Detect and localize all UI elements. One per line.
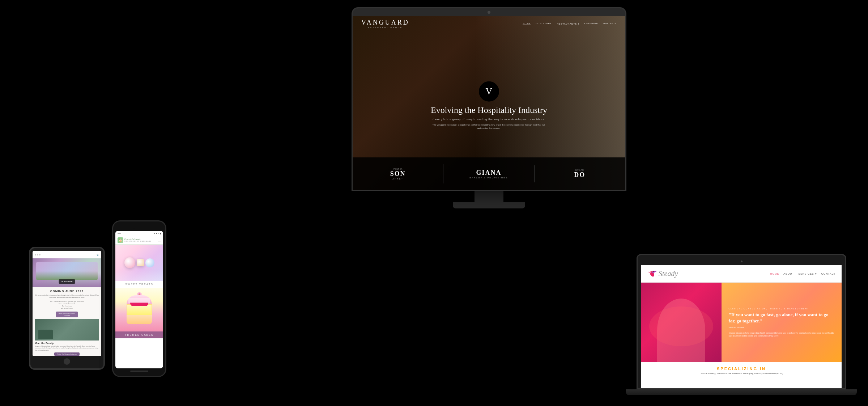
inbloom-content: COMING JUNE 2022 We are so excited to in… bbox=[33, 287, 101, 356]
inbloom-instagram-btn[interactable]: Follow Our Story on Instagram bbox=[54, 352, 80, 356]
charlottes-logo: 🎂 Charlotte's Sweets SWEETNESS IS HANDMA… bbox=[118, 237, 152, 243]
vanguard-description: The Vanguard Restaurant Group brings to … bbox=[431, 123, 546, 130]
laptop-device: Steady HOME ABOUT SERVICES ▾ CONTACT bbox=[637, 254, 846, 395]
main-scene: VANGUARD RESTURANT GROUP HOME OUR STORY … bbox=[0, 0, 868, 406]
steady-quote: "If you want to go fast, go alone, if yo… bbox=[729, 312, 834, 324]
restaurant-sub-2: BAKERY + PROVISIONS bbox=[447, 177, 530, 179]
restaurant-item-1: POINT, CA SON ARKET bbox=[353, 164, 443, 183]
charlottes-tagline: SWEETNESS IS HANDMADE bbox=[124, 240, 152, 242]
steady-attribution: -African Proverb bbox=[729, 326, 834, 329]
hamburger-menu-icon[interactable]: ☰ bbox=[158, 238, 161, 242]
steady-pretitle: CLINICAL CONSULTATION, TRAINING & DEVELO… bbox=[729, 308, 834, 310]
monitor-stand-base bbox=[453, 202, 525, 208]
phone-notch-area bbox=[115, 225, 163, 229]
steady-nav-about[interactable]: ABOUT bbox=[783, 272, 794, 275]
monitor-top-bar bbox=[353, 8, 625, 16]
vanguard-logo-sub: RESTURANT GROUP bbox=[361, 26, 409, 29]
charlottes-website: 9:41 ▲▲▲ ▮ 🎂 Charlotte's Sweets SWEETN bbox=[115, 231, 163, 368]
laptop-camera-bar bbox=[641, 259, 842, 264]
phone-home-indicator bbox=[130, 371, 148, 372]
vanguard-nav-story[interactable]: OUR STORY bbox=[536, 22, 552, 25]
phone-screen: 9:41 ▲▲▲ ▮ 🎂 Charlotte's Sweets SWEETN bbox=[115, 231, 163, 368]
monitor-device: VANGUARD RESTURANT GROUP HOME OUR STORY … bbox=[352, 7, 626, 208]
vanguard-logo: VANGUARD bbox=[361, 19, 409, 26]
charlottes-nav: 🎂 Charlotte's Sweets SWEETNESS IS HANDMA… bbox=[115, 236, 163, 245]
phone-time: 9:41 bbox=[118, 232, 121, 234]
inbloom-meet-title: Meet the Family bbox=[35, 342, 99, 344]
restaurant-sub-1: ARKET bbox=[356, 178, 439, 180]
laptop-frame: Steady HOME ABOUT SERVICES ▾ CONTACT bbox=[637, 254, 846, 395]
steady-hands-image bbox=[641, 283, 722, 362]
signal-icon: ▲▲▲ bbox=[154, 232, 159, 234]
vanguard-hero: V Evolving the Hospitality Industry / va… bbox=[431, 81, 547, 130]
steady-specializing-title: SPECIALIZING IN bbox=[648, 367, 834, 371]
monitor-screen: VANGUARD RESTURANT GROUP HOME OUR STORY … bbox=[353, 16, 625, 190]
phone-status-bar: 9:41 ▲▲▲ ▮ bbox=[115, 231, 163, 236]
restaurant-name-1: SON bbox=[356, 170, 439, 178]
inbloom-hero-image: IN BLOOM bbox=[33, 258, 101, 287]
vanguard-nav: VANGUARD RESTURANT GROUP HOME OUR STORY … bbox=[353, 16, 625, 31]
inbloom-website: 📡 IN BLOOM COMING JUNE 2022 We bbox=[33, 251, 101, 356]
tablet-screen: 📡 IN BLOOM COMING JUNE 2022 We bbox=[33, 251, 101, 356]
vanguard-nav-catering[interactable]: CATERING bbox=[584, 22, 599, 25]
charlottes-themed-cakes-title: THEMED CAKES bbox=[115, 331, 163, 338]
steady-nav-services[interactable]: SERVICES ▾ bbox=[798, 272, 817, 275]
steady-logo: Steady bbox=[647, 269, 678, 279]
steady-hero-content: CLINICAL CONSULTATION, TRAINING & DEVELO… bbox=[722, 283, 842, 362]
inbloom-coming-title: COMING JUNE 2022 bbox=[35, 289, 99, 293]
inbloom-status-dots bbox=[35, 254, 41, 255]
phone-status-icons: ▲▲▲ ▮ bbox=[154, 232, 161, 234]
inbloom-family-image bbox=[35, 319, 99, 341]
restaurant-name-2: GIANA bbox=[447, 169, 530, 177]
vanguard-nav-bulletin[interactable]: BULLETIN bbox=[603, 22, 617, 25]
battery-icon: ▮ bbox=[160, 232, 161, 234]
inbloom-badge: IN BLOOM bbox=[59, 279, 75, 284]
steady-nav-contact[interactable]: CONTACT bbox=[821, 272, 836, 275]
steady-hummingbird-icon bbox=[647, 269, 657, 279]
steady-website: Steady HOME ABOUT SERVICES ▾ CONTACT bbox=[641, 265, 842, 388]
vanguard-logo-area: VANGUARD RESTURANT GROUP bbox=[361, 19, 409, 29]
charlottes-cake-image: 🌸 bbox=[115, 288, 163, 331]
laptop-screen: Steady HOME ABOUT SERVICES ▾ CONTACT bbox=[641, 265, 842, 388]
inbloom-list-text: The Lavender Boutique-Art specialty gift… bbox=[35, 301, 99, 309]
inbloom-site-label: 📡 bbox=[97, 254, 99, 256]
steady-mission-text: It is our mission to help ensure that he… bbox=[729, 331, 834, 338]
charlottes-logo-text: Charlotte's Sweets SWEETNESS IS HANDMADE bbox=[124, 238, 152, 242]
vanguard-nav-restaurants[interactable]: RESTAURANTS ▾ bbox=[557, 22, 579, 25]
cake-visual: 🌸 bbox=[127, 295, 152, 324]
vanguard-nav-links: HOME OUR STORY RESTAURANTS ▾ CATERING BU… bbox=[523, 22, 617, 25]
steady-logo-text: Steady bbox=[659, 270, 678, 278]
inbloom-intro-text: We are so excited to invite you and your… bbox=[35, 294, 99, 299]
phone-frame: 9:41 ▲▲▲ ▮ 🎂 Charlotte's Sweets SWEETN bbox=[112, 220, 166, 377]
cake-bottom-layer bbox=[127, 315, 152, 324]
laptop-camera bbox=[741, 261, 743, 262]
tablet-device: 📡 IN BLOOM COMING JUNE 2022 We bbox=[29, 247, 105, 370]
monitor-stand-neck bbox=[475, 191, 503, 202]
steady-nav-home[interactable]: HOME bbox=[770, 272, 779, 275]
restaurant-item-2: GIANA BAKERY + PROVISIONS bbox=[443, 165, 534, 182]
inbloom-contact-btn[interactable]: Have Questions? Contact Us Today bbox=[56, 312, 78, 317]
steady-specializing-desc: Cultural Humility, Substance Use Treatme… bbox=[648, 372, 834, 375]
restaurant-name-3: DO bbox=[538, 171, 621, 179]
tablet-frame: 📡 IN BLOOM COMING JUNE 2022 We bbox=[29, 247, 105, 370]
vanguard-subtitle: / van gärd/ a group of people leading th… bbox=[431, 118, 547, 120]
vanguard-website: VANGUARD RESTURANT GROUP HOME OUR STORY … bbox=[353, 16, 625, 190]
vanguard-nav-home[interactable]: HOME bbox=[523, 22, 531, 25]
inbloom-family-text: Ten years of dreaming have come to fruit… bbox=[35, 346, 99, 351]
vanguard-restaurants-bar: POINT, CA SON ARKET GIANA BAKERY + PROVI… bbox=[353, 157, 625, 190]
tablet-home-button[interactable] bbox=[64, 358, 70, 365]
steady-specializing-section: SPECIALIZING IN Cultural Humility, Subst… bbox=[641, 362, 842, 379]
vanguard-v-circle: V bbox=[479, 81, 499, 102]
steady-nav: Steady HOME ABOUT SERVICES ▾ CONTACT bbox=[641, 265, 842, 283]
phone-notch bbox=[132, 226, 146, 229]
charlottes-sweet-treats-title: SWEET TREATS bbox=[115, 281, 163, 288]
laptop-base bbox=[626, 389, 857, 395]
laptop-screen-wrapper: Steady HOME ABOUT SERVICES ▾ CONTACT bbox=[637, 254, 846, 389]
inbloom-nav: 📡 bbox=[33, 251, 101, 258]
monitor-frame: VANGUARD RESTURANT GROUP HOME OUR STORY … bbox=[352, 7, 626, 191]
charlottes-logo-icon: 🎂 bbox=[118, 237, 123, 243]
vanguard-tagline: Evolving the Hospitality Industry bbox=[431, 105, 547, 115]
steady-nav-links: HOME ABOUT SERVICES ▾ CONTACT bbox=[770, 272, 836, 275]
monitor-camera bbox=[488, 11, 490, 14]
vanguard-v-letter: V bbox=[486, 86, 493, 97]
